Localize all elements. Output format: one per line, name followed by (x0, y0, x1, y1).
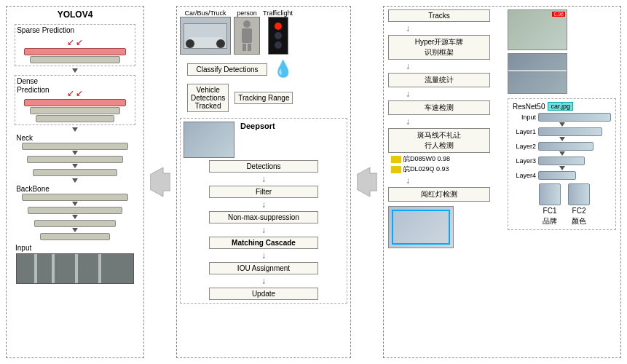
rn-arrow-d3 (559, 151, 565, 156)
arrow-down-3 (72, 178, 78, 183)
bb-arrow2 (72, 215, 78, 219)
rn-arrow-d4 (559, 166, 565, 170)
neck-arrow2 (72, 164, 78, 168)
resnet-l4-bar (538, 171, 576, 180)
resnet-l2-bar (538, 142, 594, 151)
resnet-input-label: Input (513, 114, 536, 121)
middle-panel: Car/Bus/Truck person (176, 6, 351, 358)
flow-stats-box: 流量统计 (388, 73, 490, 87)
redlight-box: 闯红灯检测 (388, 187, 490, 202)
arrow-d3: ↓ (261, 225, 266, 235)
tracking-range-box: Tracking Range (234, 92, 293, 104)
resnet-l2-label: Layer2 (513, 143, 536, 150)
right-flow-col: Tracks ↓ Hyper开源车牌识别框架 ↓ 流量统计 ↓ 车速检测 ↓ 斑… (388, 9, 503, 248)
fc2-group: FC2 颜色 (568, 183, 590, 226)
road-stripe-2 (52, 254, 55, 283)
car-detection-image (388, 206, 454, 248)
road-stripe-1 (34, 254, 37, 283)
deepsort-car-image (184, 122, 234, 158)
resnet-l2-row: Layer2 (513, 142, 611, 151)
red-arrow-3: ↙ (67, 88, 74, 98)
zebra-box: 斑马线不礼让行人检测 (388, 128, 490, 153)
resnet-l3-row: Layer3 (513, 157, 611, 165)
trafficlight-image-box (268, 17, 288, 55)
iou-box: IOU Assignment (209, 262, 318, 274)
tracking-range-label: Tracking Range (238, 94, 289, 102)
brand-label: 品牌 (543, 216, 557, 226)
deepsort-right: Deepsort (240, 122, 275, 133)
neck-layer-3 (33, 169, 117, 176)
right-side-col: 0.96 ResNet50 car.jpg (508, 9, 616, 248)
svg-marker-1 (357, 167, 377, 197)
input-label: Input (15, 244, 31, 252)
badge1-row: 皖D085W0 0.98 (391, 154, 450, 164)
rn-arr4 (513, 166, 611, 170)
dense-layer-3 (36, 115, 115, 122)
fc1-group: FC1 品牌 (539, 183, 561, 226)
bb-arrow3 (72, 228, 78, 232)
trafficlight-label: Trafficlight (263, 9, 293, 17)
resnet-l3-label: Layer3 (513, 157, 536, 165)
road-line (508, 70, 567, 71)
person-head (243, 20, 251, 28)
input-image (16, 253, 134, 284)
resnet-l4-row: Layer4 (513, 171, 611, 180)
badge1-color (391, 156, 401, 163)
backbone-label: BackBone (16, 185, 50, 193)
big-arrow-svg (150, 160, 170, 204)
r-arrow-5: ↓ (406, 175, 410, 186)
resnet-l1-row: Layer1 (513, 127, 611, 136)
r-arrow-4: ↓ (406, 116, 410, 127)
yolov4-panel: YOLOV4 Sparse Prediction ↙ ↙ DensePredic… (6, 6, 144, 358)
person-silhouette (242, 20, 252, 51)
resnet-header: ResNet50 car.jpg (513, 102, 611, 111)
water-drop-icon: 💧 (273, 60, 293, 79)
svg-marker-0 (150, 167, 170, 197)
neck-arrow-down-2 (72, 164, 78, 168)
neck-section: Neck (15, 134, 135, 176)
update-box: Update (209, 288, 318, 300)
arrow-dn-dn2 (72, 127, 78, 132)
fc1-label: FC1 (543, 207, 557, 215)
arrow-left-to-mid (149, 160, 172, 204)
classify-box: Classify Detections (187, 63, 267, 76)
vehicle-tracked-label: VehicleDetectionsTracked (191, 86, 225, 110)
resnet-input-row: Input (513, 113, 611, 122)
person-group: person (234, 9, 260, 55)
r-arrow-1: ↓ (406, 23, 410, 33)
neck-layer-2 (27, 156, 123, 163)
car-jpg-label: car.jpg (548, 102, 573, 111)
hyper-label: Hyper开源车牌识别框架 (415, 38, 464, 56)
sparse-layer-2 (30, 56, 120, 63)
rn-arrow-d2 (559, 137, 565, 141)
classify-label: Classify Detections (196, 66, 258, 74)
car-image-box (180, 17, 231, 55)
car-silhouette (184, 23, 227, 49)
fc2-bar (568, 183, 590, 205)
deepsort-label: Deepsort (240, 122, 275, 130)
sparse-label: Sparse Prediction (17, 26, 74, 35)
fc2-label: FC2 (572, 207, 586, 215)
backbone-layer-1 (22, 194, 128, 201)
classify-row: Classify Detections 💧 (187, 60, 347, 79)
arrow-mid-to-right (355, 160, 379, 204)
person-leg-r (248, 44, 251, 51)
badge1-text: 皖D085W0 0.98 (403, 154, 450, 164)
rn-arr2 (513, 137, 611, 141)
red-arrow-1: ↙ (67, 37, 74, 47)
backbone-section: BackBone (15, 185, 135, 240)
arrow-d2: ↓ (261, 199, 266, 210)
matching-cascade-box: Matching Cascade (209, 237, 318, 249)
resnet-fc-row: FC1 品牌 FC2 颜色 (539, 183, 611, 226)
person-image-box (234, 17, 260, 55)
top-images-row: Car/Bus/Truck person (180, 9, 347, 55)
person-leg-l (242, 44, 246, 51)
backbone-layer-4 (40, 233, 110, 240)
deepsort-section: Deepsort Detections ↓ Filter ↓ Non-max-s… (180, 118, 347, 304)
car-bus-truck-group: Car/Bus/Truck (180, 9, 231, 55)
trafficlight-group: Trafficlight (263, 9, 293, 55)
yolov4-title: YOLOV4 (58, 9, 93, 20)
person-label: person (237, 9, 257, 17)
filter-box: Filter (209, 186, 318, 198)
badge2-text: 皖DL029Q 0.93 (403, 165, 449, 174)
